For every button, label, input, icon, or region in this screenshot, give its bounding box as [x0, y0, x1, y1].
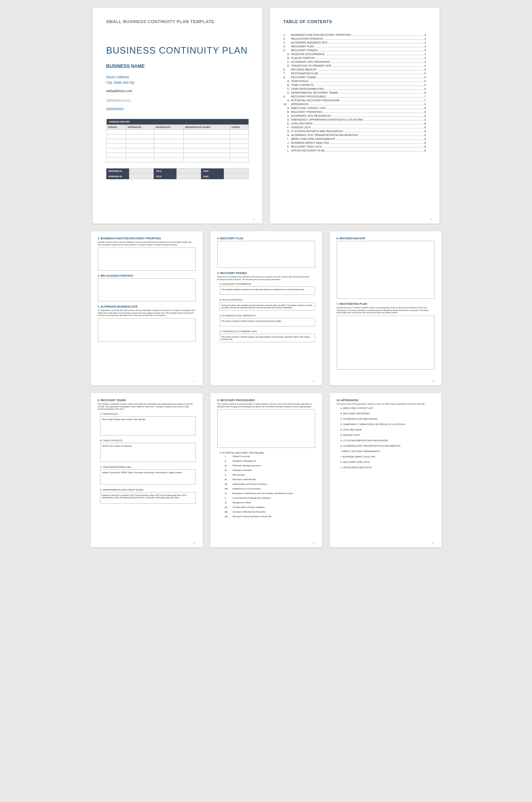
date-label: 00/00/0000 [106, 107, 249, 111]
phase-a-heading: A. DISASTER OCCURRENCE [220, 283, 315, 285]
appendix-item: C. ALTERNATE SITE RESOURCES [341, 418, 435, 420]
section-9-text: The company details the specific activit… [217, 403, 315, 408]
procedure-step: v.Plan Activation [225, 474, 315, 476]
business-name: BUSINESS NAME [106, 64, 249, 69]
toc-row: 8.RECOVERY TEAMS6 [284, 76, 426, 79]
team-d-field[interactable]: Business Continuity Coordinator, EOC Com… [100, 492, 196, 504]
section-4-field[interactable] [217, 241, 315, 268]
team-a-field[interactable]: Team Leader, Backup Team Leader, Team Me… [100, 416, 196, 435]
appendix-list: A. EMPLOYEE CONTACT LISTB. RECOVERY PRIO… [341, 407, 435, 469]
page-number: 1 [193, 380, 195, 382]
signature-table: PREPARED BY TITLE DATE APPROVED BY TITLE… [106, 168, 249, 179]
procedure-step: vi.Relocation to Alternate Site [225, 478, 315, 481]
team-c-field[interactable]: Incident Commander, HR/PR Officer, Infor… [100, 469, 196, 485]
vh-row [106, 135, 248, 139]
phase-b-heading: B. PLAN ACTIVATION [220, 299, 315, 301]
toc-row: 5.RECOVERY PHASES4 [284, 49, 426, 52]
toc-row: A.DISASTER OCCURRENCE4 [284, 53, 426, 56]
team-c-heading: C. TEAM RESPONSIBILITIES [100, 466, 196, 468]
section-2-field[interactable] [98, 278, 196, 301]
section-8-heading: 8. RECOVERY TEAMS [98, 399, 196, 402]
section-1-field[interactable] [98, 247, 196, 271]
toc-row: A.POTENTIAL RECOVERY PROCEDURE7 [284, 99, 426, 102]
appendix-item: K. RECOVERY TASK LISTS [341, 461, 435, 463]
phase-d-heading: D. TRANSITION TO PRIMARY SITE [220, 330, 315, 333]
procedure-step: xii.Transition Back to Primary Operation… [225, 506, 315, 508]
vh-col-row: VERSION APPROVED BY REVISION DATE DESCRI… [106, 125, 248, 130]
section-3-field[interactable] [98, 318, 196, 341]
appendix-item: I. IMPACT AND RISK ASSESSMENTS [341, 450, 435, 452]
page-3: 1. BUSINESS FUNCTION RECOVERY PRIORITIES… [91, 231, 203, 385]
team-d-heading: D. DEPARTMENTAL RECOVERY TEAMS [100, 489, 196, 491]
toc-row: 3.ALTERNATE BUSINESS SITE3 [284, 41, 426, 44]
toc-list: 1.BUSINESS FUNCTION RECOVERY PRIORITIES3… [284, 34, 426, 152]
address-block: Street Address City, State and Zip [106, 75, 249, 85]
section-3-heading: 3. ALTERNATE BUSINESS SITE [98, 305, 196, 308]
toc-title: TABLE OF CONTENTS [284, 19, 426, 24]
toc-row: B.TEAM CONTACTS6 [284, 84, 426, 87]
appendix-item: J. BUSINESS IMPACT ANALYSIS [341, 456, 435, 458]
section-7-text: Disaster recovery / IT teams maintain, c… [337, 306, 435, 314]
toc-row: F.VENDOR LISTS8 [284, 126, 426, 129]
vh-row [106, 158, 248, 162]
section-8-text: The company establishes recovery teams a… [98, 403, 196, 410]
toc-row: H.ALTERNATE SITE TRANSPORTATION INFORMAT… [284, 134, 426, 137]
section-1-text: Disaster recovery teams use this strateg… [98, 241, 196, 246]
page-number: 6 [432, 542, 433, 544]
page-5: 6. RECORDS BACKUP 7. RESTORATION PLAN Di… [330, 231, 441, 385]
street: Street Address [106, 75, 249, 80]
page-number: 2 [313, 380, 314, 382]
section-9-field[interactable] [217, 409, 315, 448]
phase-a-field[interactable]: The company declares a disaster and make… [220, 286, 315, 295]
section-4-heading: 4. RECOVERY PLAN [217, 237, 315, 240]
toc-row: A.TEAM ROLES6 [284, 80, 426, 83]
procedure-step: ix.Restoration of Data Process and Commu… [225, 492, 315, 494]
procedure-step: ii.Notification of Management [225, 460, 315, 462]
vh-header: VERSION HISTORY [106, 119, 248, 125]
toc-row: G.IT SYSTEM REPORTS AND RESOURCES8 [284, 130, 426, 133]
page-8: 10. APPENDICES This section lists all th… [330, 393, 441, 547]
toc-row: K.RECOVERY TASK LISTS8 [284, 145, 426, 148]
toc-row: 1.BUSINESS FUNCTION RECOVERY PRIORITIES3 [284, 34, 426, 37]
section-1-heading: 1. BUSINESS FUNCTION RECOVERY PRIORITIES [98, 237, 196, 240]
procedure-step: xiv.Relocation of Resources Back to Prim… [225, 515, 315, 518]
page-number: 1 [253, 218, 254, 220]
toc-row: D.DEPARTMENTAL RECOVERY TEAMS6 [284, 91, 426, 94]
page-1-cover: SMALL BUSINESS CONTINUITY PLAN TEMPLATE … [93, 8, 262, 224]
toc-row: D.TRANSITION TO PRIMARY SITE4 [284, 64, 426, 67]
appendix-item: L. OFFICE RECOVERY PLAN [341, 466, 435, 469]
toc-row: E.VITAL RECORDS8 [284, 122, 426, 125]
phase-b-field[interactable]: During this phase, the company puts the … [220, 302, 315, 311]
procedure-step: x.Commencement of Alternate Site Operati… [225, 497, 315, 499]
toc-row: B.PLAN ACTIVATION4 [284, 57, 426, 60]
section-6-field[interactable] [337, 241, 435, 299]
page-number: 3 [432, 380, 433, 382]
section-5-text: These are the activities most needed for… [217, 276, 315, 281]
vh-row [106, 153, 248, 158]
section-5-heading: 5. RECOVERY PHASES [217, 272, 315, 274]
toc-row: C.TEAM RESPONSIBILITIES6 [284, 87, 426, 91]
toc-row: B.RECOVERY PRIORITIES8 [284, 111, 426, 114]
procedure-step: vii.Implementation of Temporary Procedur… [225, 483, 315, 485]
version-label: VERSION 0.0.0 [106, 99, 249, 103]
section-2-heading: 2. RELOCATION STRATEGY [98, 274, 196, 277]
phase-c-heading: C. ALTERNATE SITE OPERATION [220, 314, 315, 317]
template-title: SMALL BUSINESS CONTINUITY PLAN TEMPLATE [106, 19, 249, 24]
toc-row: 10.APPENDICES8 [284, 103, 426, 106]
vh-row [106, 148, 248, 153]
toc-row: D.EMERGENCY OPERATIONS CENTER (EOC) LOCA… [284, 118, 426, 121]
phase-d-field[interactable]: This phase continues until the company c… [220, 334, 315, 342]
team-b-field[interactable]: Stored in the Contact List Appendix [100, 443, 196, 462]
vh-row [106, 130, 248, 135]
appendix-item: D. EMERGENCY OPERATIONS CENTER (EOC) LOC… [341, 423, 435, 425]
section-10-heading: 10. APPENDICES [337, 399, 435, 402]
section-9-heading: 9. RECOVERY PROCEDURES [217, 399, 315, 402]
page-number: 4 [193, 542, 195, 544]
procedure-step: xi.Management of Work [225, 501, 315, 504]
toc-row: 7.RESTORATION PLAN5 [284, 72, 426, 75]
toc-row: I.IMPACT AND RISK ASSESSMENTS8 [284, 138, 426, 141]
procedure-list: i.Disaster Occurrenceii.Notification of … [225, 455, 315, 518]
phase-c-field[interactable]: This phase continues until the business … [220, 318, 315, 326]
section-7-field[interactable] [337, 316, 435, 370]
page-number: 5 [313, 542, 314, 544]
